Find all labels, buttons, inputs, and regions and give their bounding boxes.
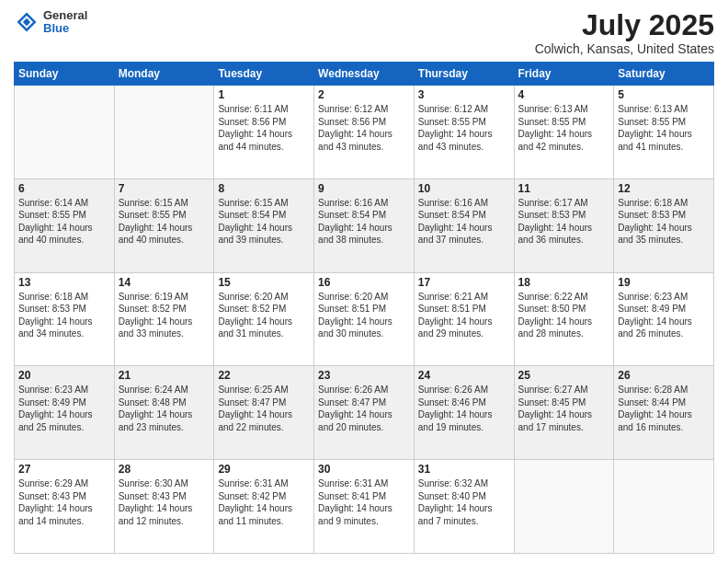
cell-day-number: 9 xyxy=(318,182,410,195)
table-row: 29Sunrise: 6:31 AM Sunset: 8:42 PM Dayli… xyxy=(214,460,314,554)
cell-info: Sunrise: 6:17 AM Sunset: 8:53 PM Dayligh… xyxy=(518,197,610,247)
table-row: 14Sunrise: 6:19 AM Sunset: 8:52 PM Dayli… xyxy=(114,272,214,366)
cell-day-number: 23 xyxy=(318,369,410,382)
cell-day-number: 1 xyxy=(218,88,310,101)
cell-info: Sunrise: 6:24 AM Sunset: 8:48 PM Dayligh… xyxy=(119,384,210,433)
table-row xyxy=(514,460,614,554)
table-row: 8Sunrise: 6:15 AM Sunset: 8:54 PM Daylig… xyxy=(214,178,314,272)
cell-day-number: 29 xyxy=(218,463,310,476)
cell-info: Sunrise: 6:27 AM Sunset: 8:45 PM Dayligh… xyxy=(518,384,610,433)
cell-day-number: 28 xyxy=(119,463,210,476)
cell-info: Sunrise: 6:31 AM Sunset: 8:42 PM Dayligh… xyxy=(218,477,310,527)
cell-day-number: 24 xyxy=(418,369,510,382)
cell-info: Sunrise: 6:15 AM Sunset: 8:55 PM Dayligh… xyxy=(119,197,210,247)
page: General Blue July 2025 Colwich, Kansas, … xyxy=(0,0,728,563)
cell-day-number: 30 xyxy=(318,463,410,476)
cell-day-number: 19 xyxy=(618,276,710,289)
cell-day-number: 4 xyxy=(518,88,610,101)
col-friday: Friday xyxy=(514,63,614,86)
table-row: 24Sunrise: 6:26 AM Sunset: 8:46 PM Dayli… xyxy=(414,366,514,460)
table-row: 30Sunrise: 6:31 AM Sunset: 8:41 PM Dayli… xyxy=(314,460,415,554)
cell-day-number: 16 xyxy=(318,276,410,289)
calendar-week-row: 1Sunrise: 6:11 AM Sunset: 8:56 PM Daylig… xyxy=(15,86,714,179)
table-row: 5Sunrise: 6:13 AM Sunset: 8:55 PM Daylig… xyxy=(614,86,714,179)
logo: General Blue xyxy=(14,9,87,36)
cell-info: Sunrise: 6:12 AM Sunset: 8:56 PM Dayligh… xyxy=(318,103,410,153)
table-row: 15Sunrise: 6:20 AM Sunset: 8:52 PM Dayli… xyxy=(214,272,314,366)
calendar-week-row: 13Sunrise: 6:18 AM Sunset: 8:53 PM Dayli… xyxy=(15,272,714,366)
calendar-week-row: 20Sunrise: 6:23 AM Sunset: 8:49 PM Dayli… xyxy=(15,366,714,460)
cell-info: Sunrise: 6:23 AM Sunset: 8:49 PM Dayligh… xyxy=(18,384,110,433)
cell-day-number: 5 xyxy=(618,88,710,101)
table-row: 23Sunrise: 6:26 AM Sunset: 8:47 PM Dayli… xyxy=(314,366,415,460)
header: General Blue July 2025 Colwich, Kansas, … xyxy=(14,9,714,56)
table-row xyxy=(114,86,214,179)
logo-blue: Blue xyxy=(43,22,87,35)
cell-info: Sunrise: 6:16 AM Sunset: 8:54 PM Dayligh… xyxy=(318,197,410,247)
table-row: 13Sunrise: 6:18 AM Sunset: 8:53 PM Dayli… xyxy=(15,272,115,366)
cell-info: Sunrise: 6:16 AM Sunset: 8:54 PM Dayligh… xyxy=(418,197,510,247)
cell-day-number: 25 xyxy=(518,369,610,382)
cell-day-number: 7 xyxy=(119,182,210,195)
table-row: 21Sunrise: 6:24 AM Sunset: 8:48 PM Dayli… xyxy=(114,366,214,460)
table-row: 27Sunrise: 6:29 AM Sunset: 8:43 PM Dayli… xyxy=(15,460,115,554)
table-row: 3Sunrise: 6:12 AM Sunset: 8:55 PM Daylig… xyxy=(414,86,514,179)
cell-day-number: 17 xyxy=(418,276,510,289)
cell-info: Sunrise: 6:18 AM Sunset: 8:53 PM Dayligh… xyxy=(618,197,710,247)
main-title: July 2025 xyxy=(535,9,714,41)
col-wednesday: Wednesday xyxy=(314,63,415,86)
cell-day-number: 22 xyxy=(218,369,310,382)
table-row: 4Sunrise: 6:13 AM Sunset: 8:55 PM Daylig… xyxy=(514,86,614,179)
table-row: 12Sunrise: 6:18 AM Sunset: 8:53 PM Dayli… xyxy=(614,178,714,272)
col-tuesday: Tuesday xyxy=(214,63,314,86)
col-thursday: Thursday xyxy=(414,63,514,86)
cell-info: Sunrise: 6:26 AM Sunset: 8:47 PM Dayligh… xyxy=(318,384,410,433)
cell-info: Sunrise: 6:32 AM Sunset: 8:40 PM Dayligh… xyxy=(418,477,510,527)
cell-info: Sunrise: 6:22 AM Sunset: 8:50 PM Dayligh… xyxy=(518,291,610,340)
cell-info: Sunrise: 6:21 AM Sunset: 8:51 PM Dayligh… xyxy=(418,291,510,340)
table-row: 10Sunrise: 6:16 AM Sunset: 8:54 PM Dayli… xyxy=(414,178,514,272)
table-row: 9Sunrise: 6:16 AM Sunset: 8:54 PM Daylig… xyxy=(314,178,415,272)
cell-day-number: 10 xyxy=(418,182,510,195)
col-sunday: Sunday xyxy=(15,63,115,86)
col-saturday: Saturday xyxy=(614,63,714,86)
table-row: 16Sunrise: 6:20 AM Sunset: 8:51 PM Dayli… xyxy=(314,272,415,366)
subtitle: Colwich, Kansas, United States xyxy=(535,41,714,56)
table-row: 7Sunrise: 6:15 AM Sunset: 8:55 PM Daylig… xyxy=(114,178,214,272)
cell-day-number: 2 xyxy=(318,88,410,101)
table-row: 2Sunrise: 6:12 AM Sunset: 8:56 PM Daylig… xyxy=(314,86,415,179)
cell-info: Sunrise: 6:18 AM Sunset: 8:53 PM Dayligh… xyxy=(18,291,110,340)
cell-info: Sunrise: 6:15 AM Sunset: 8:54 PM Dayligh… xyxy=(218,197,310,247)
calendar-week-row: 27Sunrise: 6:29 AM Sunset: 8:43 PM Dayli… xyxy=(15,460,714,554)
table-row: 31Sunrise: 6:32 AM Sunset: 8:40 PM Dayli… xyxy=(414,460,514,554)
table-row: 19Sunrise: 6:23 AM Sunset: 8:49 PM Dayli… xyxy=(614,272,714,366)
cell-day-number: 11 xyxy=(518,182,610,195)
cell-day-number: 18 xyxy=(518,276,610,289)
cell-info: Sunrise: 6:25 AM Sunset: 8:47 PM Dayligh… xyxy=(218,384,310,433)
calendar-table: Sunday Monday Tuesday Wednesday Thursday… xyxy=(14,62,714,554)
header-row: Sunday Monday Tuesday Wednesday Thursday… xyxy=(15,63,714,86)
table-row: 26Sunrise: 6:28 AM Sunset: 8:44 PM Dayli… xyxy=(614,366,714,460)
cell-info: Sunrise: 6:20 AM Sunset: 8:52 PM Dayligh… xyxy=(218,291,310,340)
cell-day-number: 6 xyxy=(18,182,110,195)
cell-day-number: 13 xyxy=(18,276,110,289)
logo-text: General Blue xyxy=(43,9,87,36)
cell-day-number: 27 xyxy=(18,463,110,476)
calendar-week-row: 6Sunrise: 6:14 AM Sunset: 8:55 PM Daylig… xyxy=(15,178,714,272)
cell-info: Sunrise: 6:12 AM Sunset: 8:55 PM Dayligh… xyxy=(418,103,510,153)
cell-day-number: 21 xyxy=(119,369,210,382)
table-row: 25Sunrise: 6:27 AM Sunset: 8:45 PM Dayli… xyxy=(514,366,614,460)
cell-info: Sunrise: 6:14 AM Sunset: 8:55 PM Dayligh… xyxy=(18,197,110,247)
cell-day-number: 12 xyxy=(618,182,710,195)
table-row: 18Sunrise: 6:22 AM Sunset: 8:50 PM Dayli… xyxy=(514,272,614,366)
table-row: 17Sunrise: 6:21 AM Sunset: 8:51 PM Dayli… xyxy=(414,272,514,366)
cell-day-number: 15 xyxy=(218,276,310,289)
table-row: 11Sunrise: 6:17 AM Sunset: 8:53 PM Dayli… xyxy=(514,178,614,272)
logo-icon xyxy=(14,9,40,35)
cell-info: Sunrise: 6:19 AM Sunset: 8:52 PM Dayligh… xyxy=(119,291,210,340)
cell-info: Sunrise: 6:31 AM Sunset: 8:41 PM Dayligh… xyxy=(318,477,410,527)
cell-info: Sunrise: 6:26 AM Sunset: 8:46 PM Dayligh… xyxy=(418,384,510,433)
cell-info: Sunrise: 6:23 AM Sunset: 8:49 PM Dayligh… xyxy=(618,291,710,340)
cell-info: Sunrise: 6:30 AM Sunset: 8:43 PM Dayligh… xyxy=(119,477,210,527)
table-row xyxy=(15,86,115,179)
